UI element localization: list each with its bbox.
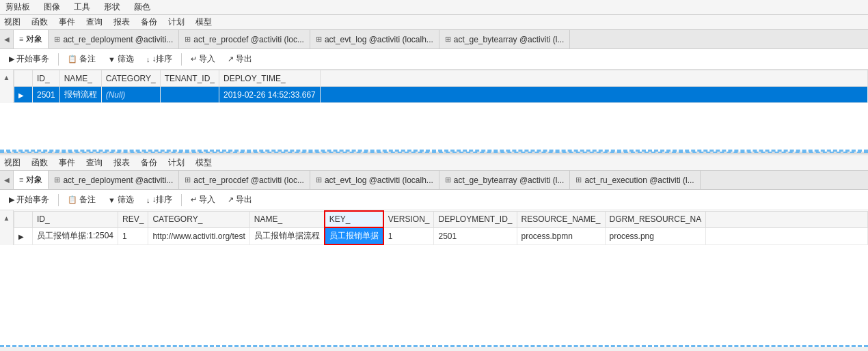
s1-tab-deployment[interactable]: ⊞ act_re_deployment @activiti... (49, 30, 179, 48)
s2-menu-report[interactable]: 报表 (113, 157, 130, 169)
section1-menu-bar: 视图 函数 事件 查询 报表 备份 计划 模型 (0, 15, 868, 30)
s2-col-version[interactable]: VERSION_ (383, 211, 434, 227)
s2-object-icon: ≡ (19, 176, 23, 184)
s2-col-deployment-id[interactable]: DEPLOYMENT_ID_ (434, 211, 517, 227)
s2-menu-event[interactable]: 事件 (59, 157, 75, 169)
s1-col-nav: ▲ (0, 70, 14, 103)
s2-cell-name[interactable]: 员工报销单据流程 (249, 227, 325, 244)
s1-menu-model[interactable]: 模型 (195, 16, 212, 28)
s2-col-category[interactable]: CATEGORY_ (148, 211, 249, 227)
s2-tab-procdef[interactable]: ⊞ act_re_procdef @activiti (loc... (179, 171, 310, 189)
s2-menu-model[interactable]: 模型 (195, 157, 212, 169)
s2-col-resource-name[interactable]: RESOURCE_NAME_ (517, 211, 605, 227)
s1-tab4-icon: ⊞ (445, 35, 451, 44)
s1-col-tenant-id[interactable]: TENANT_ID_ (160, 70, 219, 87)
s2-col-name[interactable]: NAME_ (249, 211, 325, 227)
s2-cell-version[interactable]: 1 (383, 227, 434, 244)
s2-cell-deployment-id[interactable]: 2501 (434, 227, 517, 244)
s2-table-row[interactable]: ▶ 员工报销单据:1:2504 1 http://www.activiti.or… (14, 227, 868, 244)
s1-tab-procdef[interactable]: ⊞ act_re_procdef @activiti (loc... (179, 30, 310, 48)
s1-export-btn[interactable]: ↗ 导出 (223, 51, 257, 67)
s2-cell-resource-name[interactable]: process.bpmn (517, 227, 605, 244)
s1-cell-deploy-time[interactable]: 2019-02-26 14:52:33.667 (219, 87, 320, 103)
s1-menu-report[interactable]: 报表 (113, 16, 130, 28)
s2-cell-key[interactable]: 员工报销单据 (325, 227, 383, 244)
s2-col-rev[interactable]: REV_ (118, 211, 148, 227)
toolbar-image[interactable]: 图像 (44, 1, 60, 13)
section1-tab-bar: ◀ ≡ 对象 ⊞ act_re_deployment @activiti... … (0, 30, 868, 49)
s1-col-name[interactable]: NAME_ (59, 70, 101, 87)
s2-tab-execution[interactable]: ⊞ act_ru_execution @activiti (l... (570, 171, 700, 189)
s1-cell-name[interactable]: 报销流程 (59, 87, 101, 103)
s1-import-btn[interactable]: ↵ 导入 (186, 51, 220, 67)
s2-sort-btn[interactable]: ↓ ↓排序 (141, 192, 178, 208)
s1-menu-view[interactable]: 视图 (4, 16, 21, 28)
s2-menu-plan[interactable]: 计划 (168, 157, 185, 169)
s1-filter-btn[interactable]: ▼ 筛选 (103, 51, 139, 67)
s2-cell-rev[interactable]: 1 (118, 227, 148, 244)
toolbar-tools[interactable]: 工具 (74, 1, 90, 13)
s2-separator-1 (58, 194, 59, 206)
s1-menu-backup[interactable]: 备份 (141, 16, 157, 28)
s2-export-btn[interactable]: ↗ 导出 (223, 192, 257, 208)
s2-nav-up[interactable]: ▲ (3, 213, 10, 224)
toolbar-clipboard[interactable]: 剪贴板 (5, 1, 30, 13)
s2-cell-id[interactable]: 员工报销单据:1:2504 (33, 227, 118, 244)
s1-tab-bytearray[interactable]: ⊞ act_ge_bytearray @activiti (l... (439, 30, 571, 48)
s2-tab-scroll-left[interactable]: ◀ (0, 171, 14, 189)
s2-tab-bytearray[interactable]: ⊞ act_ge_bytearray @activiti (l... (439, 171, 571, 189)
s2-backup-icon: 📋 (68, 195, 77, 204)
s2-menu-func[interactable]: 函数 (31, 157, 48, 169)
s1-tab-evtlog[interactable]: ⊞ act_evt_log @activiti (localh... (310, 30, 439, 48)
s1-begin-transaction-btn[interactable]: ▶ 开始事务 (4, 51, 54, 67)
s1-sort-btn[interactable]: ↓ ↓排序 (141, 51, 178, 67)
s2-filter-btn[interactable]: ▼ 筛选 (103, 192, 139, 208)
s2-tab4-icon: ⊞ (445, 176, 451, 184)
s2-col-key[interactable]: KEY_ (325, 211, 383, 227)
s2-row-arrow-cell: ▶ (14, 227, 33, 244)
s2-begin-transaction-btn[interactable]: ▶ 开始事务 (4, 192, 54, 208)
s2-sort-icon: ↓ (146, 196, 150, 204)
s1-cell-id[interactable]: 2501 (33, 87, 60, 103)
s1-col-category[interactable]: CATEGORY_ (101, 70, 160, 87)
import-icon: ↵ (191, 55, 197, 64)
s1-menu-query[interactable]: 查询 (86, 16, 103, 28)
section-1: 视图 函数 事件 查询 报表 备份 计划 模型 ◀ ≡ 对象 ⊞ act_re_… (0, 15, 868, 152)
s1-nav-up[interactable]: ▲ (3, 72, 10, 83)
export-icon: ↗ (228, 55, 234, 64)
s2-export-icon: ↗ (228, 195, 234, 204)
s2-col-dgrm[interactable]: DGRM_RESOURCE_NA (605, 211, 706, 227)
s1-tab-scroll-left[interactable]: ◀ (0, 30, 14, 48)
s2-tab-object[interactable]: ≡ 对象 (14, 171, 49, 189)
s1-menu-plan[interactable]: 计划 (168, 16, 185, 28)
s2-tab-evtlog[interactable]: ⊞ act_evt_log @activiti (localh... (310, 171, 439, 189)
toolbar-shape[interactable]: 形状 (104, 1, 120, 13)
s2-menu-view[interactable]: 视图 (4, 157, 21, 169)
s2-menu-backup[interactable]: 备份 (141, 157, 157, 169)
s1-backup-btn[interactable]: 📋 备注 (63, 51, 100, 67)
s1-cell-category[interactable]: (Null) (101, 87, 160, 103)
s2-backup-btn[interactable]: 📋 备注 (63, 192, 100, 208)
section2-action-bar: ▶ 开始事务 📋 备注 ▼ 筛选 ↓ ↓排序 ↵ 导入 ↗ 导出 (0, 190, 868, 210)
s1-menu-func[interactable]: 函数 (31, 16, 48, 28)
s1-cell-tenant[interactable] (160, 87, 219, 103)
toolbar-color[interactable]: 颜色 (134, 1, 150, 13)
sort-icon: ↓ (146, 55, 150, 64)
s2-cell-dgrm[interactable]: process.png (605, 227, 706, 244)
s2-tab-deployment[interactable]: ⊞ act_re_deployment @activiti... (49, 171, 179, 189)
s2-col-id[interactable]: ID_ (33, 211, 118, 227)
s1-data-table: ID_ NAME_ CATEGORY_ TENANT_ID_ DEPLOY_TI… (14, 70, 868, 103)
s2-cell-category[interactable]: http://www.activiti.org/test (148, 227, 249, 244)
s2-filter-icon: ▼ (108, 196, 116, 204)
row-arrow-icon: ▶ (18, 92, 28, 99)
s1-col-id[interactable]: ID_ (33, 70, 60, 87)
s2-import-btn[interactable]: ↵ 导入 (186, 192, 220, 208)
s1-separator-2 (181, 53, 182, 66)
s1-menu-event[interactable]: 事件 (59, 16, 75, 28)
s2-menu-query[interactable]: 查询 (86, 157, 103, 169)
s1-col-deploy-time[interactable]: DEPLOY_TIME_ (219, 70, 320, 87)
s1-tab-object[interactable]: ≡ 对象 (14, 30, 49, 48)
s1-table-row[interactable]: ▶ 2501 报销流程 (Null) 2019-02-26 14:52:33.6… (14, 87, 868, 103)
section1-action-bar: ▶ 开始事务 📋 备注 ▼ 筛选 ↓ ↓排序 ↵ 导入 ↗ 导出 (0, 49, 868, 70)
s1-tab3-icon: ⊞ (316, 35, 322, 44)
